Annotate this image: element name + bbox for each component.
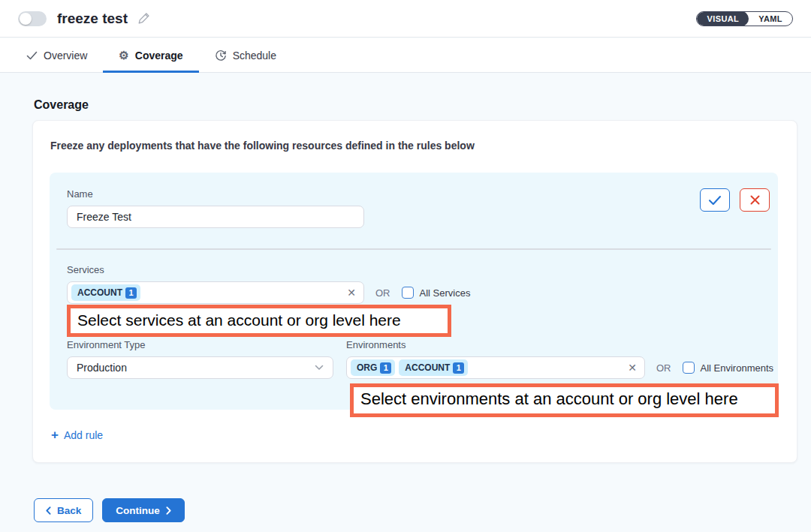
continue-button[interactable]: Continue bbox=[102, 498, 185, 522]
services-or-label: OR bbox=[375, 287, 390, 299]
tab-bar: Overview ⚙ Coverage Schedule bbox=[0, 38, 811, 73]
environment-chip-account[interactable]: ACCOUNT 1 bbox=[399, 359, 468, 376]
visual-toggle-button[interactable]: VISUAL bbox=[697, 11, 749, 26]
chip-count-badge: 1 bbox=[125, 287, 137, 299]
pencil-icon bbox=[137, 11, 151, 26]
environment-row: Environment Type Production Environments… bbox=[67, 339, 773, 379]
freeze-title: freeze test bbox=[57, 11, 128, 27]
services-input[interactable]: ACCOUNT 1 ✕ bbox=[67, 281, 364, 304]
all-environments-label: All Environments bbox=[701, 362, 774, 374]
back-label: Back bbox=[57, 505, 81, 516]
chevron-right-icon bbox=[166, 506, 171, 515]
all-services-option[interactable]: All Services bbox=[402, 287, 471, 299]
freeze-enable-toggle[interactable] bbox=[18, 11, 47, 26]
close-icon bbox=[750, 195, 760, 205]
tab-coverage[interactable]: ⚙ Coverage bbox=[103, 38, 198, 72]
all-environments-option[interactable]: All Environments bbox=[683, 362, 774, 374]
yaml-toggle-button[interactable]: YAML bbox=[749, 11, 792, 26]
environments-clear-icon[interactable]: ✕ bbox=[628, 362, 637, 373]
check-icon bbox=[26, 51, 38, 60]
environment-chip-org[interactable]: ORG 1 bbox=[351, 359, 395, 376]
chip-label: ACCOUNT bbox=[405, 362, 450, 373]
environments-annotation: Select environments at an account or org… bbox=[350, 383, 779, 417]
environments-label: Environments bbox=[346, 339, 773, 350]
plus-icon: + bbox=[51, 428, 59, 441]
environment-type-select[interactable]: Production bbox=[67, 356, 333, 379]
chevron-down-icon bbox=[315, 365, 324, 371]
chip-count-badge: 1 bbox=[453, 362, 464, 374]
rule-panel: Name Services ACCOUNT 1 ✕ OR All Service… bbox=[50, 173, 778, 410]
title-bar: freeze test VISUAL YAML bbox=[0, 0, 811, 38]
chevron-left-icon bbox=[46, 506, 51, 515]
services-label: Services bbox=[67, 264, 104, 275]
environments-block: Environments ORG 1 ACCOUNT 1 ✕ OR bbox=[346, 339, 773, 379]
name-label: Name bbox=[67, 188, 364, 200]
apply-rule-button[interactable] bbox=[700, 188, 730, 212]
footer-actions: Back Continue bbox=[34, 498, 185, 522]
gear-icon: ⚙ bbox=[119, 50, 128, 61]
chip-label: ORG bbox=[357, 362, 377, 373]
tab-overview-label: Overview bbox=[44, 50, 87, 62]
services-clear-icon[interactable]: ✕ bbox=[347, 287, 356, 298]
discard-rule-button[interactable] bbox=[740, 188, 770, 212]
card-description: Freeze any deployments that have the fol… bbox=[50, 140, 475, 152]
all-environments-checkbox[interactable] bbox=[683, 362, 695, 374]
environment-type-label: Environment Type bbox=[67, 339, 333, 350]
chip-label: ACCOUNT bbox=[77, 287, 122, 298]
back-button[interactable]: Back bbox=[34, 498, 93, 522]
add-rule-button[interactable]: + Add rule bbox=[51, 428, 103, 441]
edit-title-button[interactable] bbox=[137, 11, 151, 26]
tab-coverage-label: Coverage bbox=[135, 50, 183, 62]
name-field-block: Name bbox=[67, 188, 364, 228]
all-services-label: All Services bbox=[420, 287, 471, 299]
environments-or-label: OR bbox=[656, 362, 671, 374]
add-rule-label: Add rule bbox=[64, 429, 103, 441]
tab-schedule[interactable]: Schedule bbox=[199, 38, 292, 72]
toggle-knob bbox=[20, 13, 32, 25]
all-services-checkbox[interactable] bbox=[402, 287, 414, 299]
divider bbox=[56, 248, 771, 250]
continue-label: Continue bbox=[116, 505, 160, 516]
page-title: Coverage bbox=[34, 98, 89, 112]
environments-input[interactable]: ORG 1 ACCOUNT 1 ✕ bbox=[346, 356, 645, 379]
environment-type-value: Production bbox=[77, 362, 127, 374]
visual-yaml-switcher: VISUAL YAML bbox=[696, 11, 793, 26]
environment-type-block: Environment Type Production bbox=[67, 339, 333, 379]
service-chip-account[interactable]: ACCOUNT 1 bbox=[71, 284, 140, 301]
rule-edit-actions bbox=[700, 188, 770, 212]
name-input[interactable] bbox=[67, 206, 364, 228]
tab-overview[interactable]: Overview bbox=[11, 38, 103, 72]
history-clock-icon bbox=[215, 50, 227, 62]
check-icon bbox=[708, 195, 722, 206]
environments-row: ORG 1 ACCOUNT 1 ✕ OR All Environments bbox=[346, 356, 773, 379]
services-annotation: Select services at an account or org lev… bbox=[67, 305, 451, 337]
services-row: ACCOUNT 1 ✕ OR All Services bbox=[67, 281, 470, 304]
tab-schedule-label: Schedule bbox=[233, 50, 276, 62]
coverage-card: Freeze any deployments that have the fol… bbox=[32, 120, 797, 463]
chip-count-badge: 1 bbox=[380, 362, 391, 374]
